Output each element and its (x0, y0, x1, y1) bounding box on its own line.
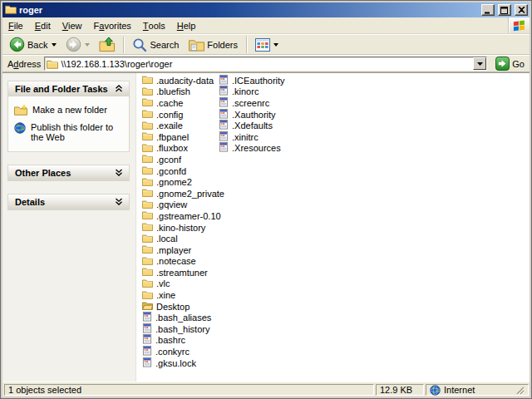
folder-icon (142, 256, 153, 267)
file-item[interactable]: .gqview (142, 200, 219, 211)
folder-icon (5, 4, 17, 16)
file-item[interactable]: .exaile (142, 120, 219, 131)
menu-help[interactable]: Help (171, 17, 202, 33)
close-button[interactable] (515, 4, 528, 16)
toolbar-separator (246, 37, 248, 53)
forward-dropdown-icon[interactable] (85, 43, 90, 47)
file-name: .notecase (156, 256, 196, 266)
file-name: .local (156, 234, 178, 244)
file-item[interactable]: .gksu.lock (142, 357, 219, 369)
new-folder-icon (14, 105, 27, 117)
file-item[interactable]: .cache (142, 97, 219, 109)
views-icon (255, 38, 270, 52)
minimize-button[interactable] (481, 4, 495, 16)
explorer-window: roger FileEditViewFavoritesToolsHelp Bac… (0, 0, 532, 399)
folder-icon (142, 234, 153, 244)
chevron-double-up-icon[interactable] (115, 84, 123, 94)
status-selection: 1 objects selected (4, 384, 374, 396)
file-item[interactable]: .gstreamer-0.10 (142, 210, 219, 222)
up-button[interactable] (95, 36, 120, 54)
file-item[interactable]: .gconfd (142, 165, 219, 177)
menu-view[interactable]: View (57, 17, 88, 33)
task-label: Publish this folder to the Web (31, 122, 125, 142)
file-item[interactable]: .local (142, 233, 219, 244)
back-dropdown-icon[interactable] (52, 43, 57, 47)
address-combo[interactable]: \\192.168.1.133\roger\roger (44, 57, 487, 71)
config-file-icon (219, 109, 229, 121)
folder-icon (142, 200, 153, 210)
chevron-double-down-icon[interactable] (115, 197, 123, 207)
panel-title: Other Places (15, 168, 71, 178)
file-item[interactable]: .mplayer (142, 244, 219, 256)
config-file-icon (142, 312, 152, 323)
file-name: .bash_aliases (155, 313, 211, 323)
file-name: .fluxbox (156, 143, 188, 153)
back-icon (9, 37, 25, 52)
back-button[interactable]: Back (5, 36, 61, 54)
file-item[interactable]: .xine (142, 289, 219, 301)
config-file-icon (219, 120, 229, 131)
file-name: .config (156, 110, 183, 120)
file-item[interactable]: .gnome2 (142, 176, 219, 188)
folders-button[interactable]: Folders (185, 36, 243, 54)
file-item[interactable]: .Xdefaults (219, 120, 285, 131)
file-name: .xine (156, 290, 175, 300)
selection-text: 1 objects selected (8, 385, 81, 395)
file-item[interactable]: .vlc (142, 278, 219, 290)
task-panel-other-places: Other Places (7, 165, 130, 181)
file-item[interactable]: .Xauthority (219, 109, 285, 121)
go-button[interactable]: Go (490, 57, 528, 71)
file-item[interactable]: .notecase (142, 256, 219, 268)
file-item[interactable]: .xinitrc (219, 131, 285, 143)
file-item[interactable]: .bashrc (142, 335, 219, 347)
windows-logo-icon (508, 17, 530, 33)
file-list[interactable]: .audacity-data.bluefish.cache.config.exa… (136, 73, 530, 382)
panel-header[interactable]: Details (8, 195, 129, 209)
file-name: .streamtuner (156, 268, 208, 278)
file-item[interactable]: .fluxbox (142, 143, 219, 155)
maximize-button[interactable] (498, 4, 511, 16)
file-item[interactable]: .audacity-data (142, 75, 219, 86)
file-item[interactable]: .screenrc (219, 97, 285, 109)
file-item[interactable]: .Xresources (219, 143, 285, 155)
address-dropdown-button[interactable] (473, 57, 486, 70)
file-item[interactable]: .conkyrc (142, 346, 219, 357)
views-button[interactable] (251, 36, 283, 54)
views-dropdown-icon[interactable] (273, 43, 278, 47)
file-item[interactable]: .gnome2_private (142, 188, 219, 200)
folder-icon (142, 210, 153, 221)
search-icon (132, 37, 147, 52)
resize-grip[interactable] (515, 385, 525, 395)
file-item[interactable]: .kinorc (219, 86, 285, 98)
address-input[interactable]: \\192.168.1.133\roger\roger (58, 59, 473, 69)
file-name: .gconfd (156, 166, 186, 176)
forward-button[interactable] (62, 36, 94, 54)
file-item[interactable]: .bash_history (142, 323, 219, 335)
panel-header[interactable]: File and Folder Tasks (8, 81, 129, 96)
file-item[interactable]: .fbpanel (142, 131, 219, 143)
folder-icon (142, 75, 153, 86)
file-item[interactable]: .gconf (142, 154, 219, 165)
file-name: .fbpanel (156, 132, 189, 142)
menu-favorites[interactable]: Favorites (88, 17, 137, 33)
file-item[interactable]: Desktop (142, 301, 219, 313)
chevron-double-down-icon[interactable] (115, 168, 123, 178)
file-item[interactable]: .streamtuner (142, 267, 219, 278)
folder-icon (142, 131, 153, 142)
folder-icon (142, 278, 153, 289)
menu-file[interactable]: File (2, 17, 29, 33)
task-publish-this-folder-to-the-web[interactable]: Publish this folder to the Web (13, 120, 126, 145)
file-name: .screenrc (232, 98, 269, 108)
file-item[interactable]: .config (142, 109, 219, 121)
file-item[interactable]: .ICEauthority (219, 75, 285, 86)
search-button[interactable]: Search (128, 36, 184, 54)
file-item[interactable]: .bash_aliases (142, 312, 219, 323)
panel-header[interactable]: Other Places (8, 165, 129, 180)
file-item[interactable]: .bluefish (142, 86, 219, 98)
menu-edit[interactable]: Edit (29, 17, 57, 33)
title-bar[interactable]: roger (2, 2, 530, 17)
task-make-a-new-folder[interactable]: Make a new folder (13, 102, 126, 120)
folder-icon (142, 244, 153, 255)
menu-tools[interactable]: Tools (137, 17, 171, 33)
file-item[interactable]: .kino-history (142, 222, 219, 234)
